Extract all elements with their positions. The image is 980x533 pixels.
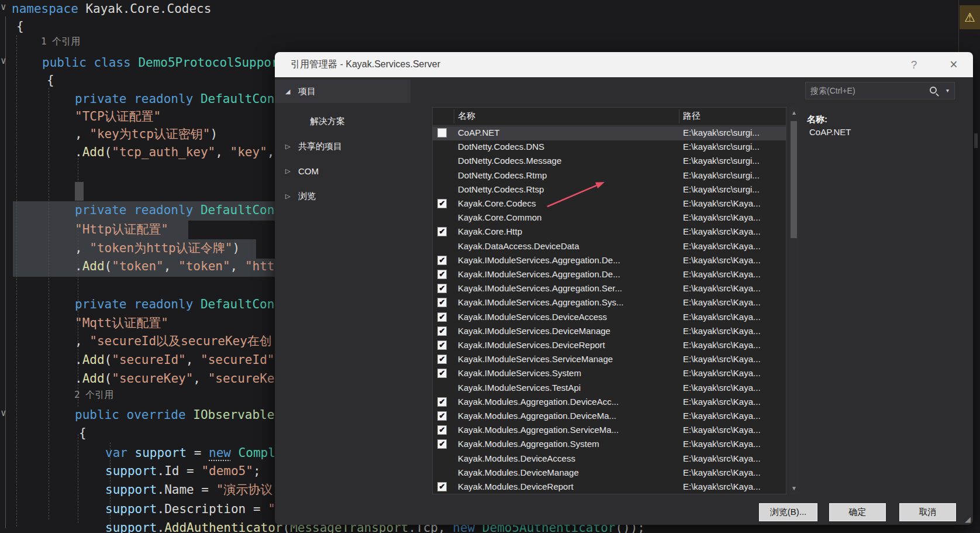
nav-item-com[interactable]: ▷COM — [275, 162, 410, 180]
ok-button[interactable]: 确定 — [829, 503, 886, 521]
reference-checkbox[interactable]: ✔ — [437, 341, 447, 350]
reference-checkbox[interactable]: ✔ — [437, 482, 447, 491]
code-token: "key为tcp认证密钥" — [89, 127, 210, 141]
reference-row[interactable]: ✔Kayak.Modules.DeviceReportE:\kayak\src\… — [433, 480, 786, 494]
help-button[interactable]: ? — [904, 52, 924, 77]
expanded-triangle-icon[interactable]: ◢ — [285, 88, 298, 95]
reference-row[interactable]: CoAP.NETE:\kayak\src\surgi... — [433, 126, 786, 140]
reference-checkbox[interactable]: ✔ — [437, 312, 447, 322]
cancel-button[interactable]: 取消 — [899, 503, 956, 521]
reference-checkbox[interactable]: ✔ — [437, 284, 447, 293]
code-token: "secureId" — [201, 353, 274, 367]
collapsed-triangle-icon[interactable]: ▷ — [285, 167, 298, 175]
reference-checkbox[interactable]: ✔ — [437, 425, 447, 435]
warning-icon[interactable]: ⚠ — [960, 5, 980, 29]
reference-name: Kayak.IModuleServices.System — [458, 368, 581, 378]
list-scrollbar-thumb[interactable] — [791, 121, 797, 238]
code-token: { — [16, 19, 24, 33]
reference-checkbox[interactable]: ✔ — [437, 411, 447, 421]
collapsed-triangle-icon[interactable]: ▷ — [285, 143, 298, 150]
search-dropdown-icon[interactable]: ▾ — [946, 87, 949, 94]
reference-row[interactable]: ✔Kayak.IModuleServices.Aggregation.De...… — [433, 254, 786, 268]
reference-row[interactable]: DotNetty.Codecs.RtspE:\kayak\src\surgi..… — [433, 183, 786, 197]
reference-row[interactable]: ✔Kayak.IModuleServices.Aggregation.Ser..… — [433, 282, 786, 296]
collapsed-triangle-icon[interactable]: ▷ — [285, 192, 298, 200]
code-token: . — [75, 259, 82, 273]
references-list[interactable]: 名称 路径 CoAP.NETE:\kayak\src\surgi...DotNe… — [432, 107, 786, 494]
reference-checkbox[interactable]: ✔ — [437, 369, 447, 378]
reference-row[interactable]: Kayak.DataAccess.DeviceDataE:\kayak\src\… — [433, 240, 786, 254]
scroll-down-icon[interactable]: ▼ — [789, 484, 799, 493]
reference-row[interactable]: DotNetty.Codecs.MessageE:\kayak\src\surg… — [433, 154, 786, 169]
reference-row[interactable]: ✔Kayak.IModuleServices.DeviceManageE:\ka… — [433, 325, 786, 339]
reference-row[interactable]: Kayak.Modules.DeviceAccessE:\kayak\src\K… — [433, 452, 786, 466]
column-header-name[interactable]: 名称 — [458, 111, 475, 122]
reference-row[interactable]: Kayak.Core.CommonE:\kayak\src\Kaya... — [433, 211, 786, 225]
fold-chevron-icon[interactable]: ∨ — [1, 408, 6, 418]
reference-row[interactable]: ✔Kayak.IModuleServices.DeviceReportE:\ka… — [433, 339, 786, 353]
code-token: Add — [82, 372, 105, 386]
reference-row[interactable]: Kayak.IModuleServices.TestApiE:\kayak\sr… — [433, 381, 786, 396]
reference-name: Kayak.Modules.Aggregation.ServiceMa... — [458, 425, 619, 435]
indent-guide — [16, 35, 17, 527]
browse-button[interactable]: 浏览(B)... — [759, 503, 817, 521]
code-token: , — [75, 127, 89, 141]
fold-chevron-icon[interactable]: ∨ — [1, 56, 6, 66]
fold-chevron-icon[interactable]: ∨ — [1, 2, 6, 12]
reference-row[interactable]: Kayak.Modules.DeviceManageE:\kayak\src\K… — [433, 466, 786, 480]
close-icon[interactable]: × — [944, 52, 964, 77]
list-scrollbar[interactable]: ▲ ▼ — [789, 107, 799, 494]
reference-row[interactable]: ✔Kayak.IModuleServices.Aggregation.De...… — [433, 268, 786, 282]
reference-checkbox[interactable] — [437, 128, 447, 137]
reference-row[interactable]: ✔Kayak.IModuleServices.SystemE:\kayak\sr… — [433, 367, 786, 381]
reference-row[interactable]: ✔Kayak.Modules.Aggregation.DeviceMa...E:… — [433, 410, 786, 424]
reference-path: E:\kayak\src\Kaya... — [683, 212, 761, 222]
codelens-link[interactable]: 1 个引用 — [41, 36, 80, 47]
code-line: public class Demo5ProtocolSupport — [42, 56, 286, 70]
nav-item-shared-projects[interactable]: ▷共享的项目 — [275, 137, 410, 155]
reference-checkbox[interactable]: ✔ — [437, 355, 447, 364]
dialog-titlebar[interactable]: 引用管理器 - Kayak.Services.Server — [275, 52, 973, 77]
reference-checkbox[interactable]: ✔ — [437, 397, 447, 407]
reference-row[interactable]: ✔Kayak.Core.HttpE:\kayak\src\Kaya... — [433, 225, 786, 239]
reference-checkbox[interactable]: ✔ — [437, 227, 447, 236]
reference-row[interactable]: DotNetty.Codecs.DNSE:\kayak\src\surgi... — [433, 140, 786, 154]
reference-checkbox[interactable]: ✔ — [437, 326, 447, 336]
reference-name: DotNetty.Codecs.Message — [458, 156, 561, 166]
column-divider[interactable] — [454, 109, 454, 123]
code-token: ( — [105, 259, 112, 273]
reference-path: E:\kayak\src\Kaya... — [683, 255, 761, 265]
reference-row[interactable]: ✔Kayak.IModuleServices.ServiceManageE:\k… — [433, 353, 786, 367]
reference-checkbox[interactable]: ✔ — [437, 270, 447, 279]
reference-row[interactable]: DotNetty.Codecs.RtmpE:\kayak\src\surgi..… — [433, 169, 786, 183]
reference-row[interactable]: ✔Kayak.Core.CodecsE:\kayak\src\Kaya... — [433, 197, 786, 211]
nav-item-browse[interactable]: ▷浏览 — [275, 187, 410, 205]
search-icon[interactable] — [930, 87, 937, 94]
reference-row[interactable]: ✔Kayak.IModuleServices.Aggregation.Sys..… — [433, 296, 786, 310]
code-line: namespace Kayak.Core.Codecs — [12, 2, 211, 16]
reference-path: E:\kayak\src\Kaya... — [683, 226, 761, 236]
scroll-up-icon[interactable]: ▲ — [789, 108, 799, 118]
reference-row[interactable]: ✔Kayak.Modules.Aggregation.ServiceMa...E… — [433, 424, 786, 438]
editor-scrollbar-thumb[interactable] — [974, 133, 978, 148]
nav-item-projects[interactable]: ◢项目 — [275, 80, 410, 103]
resize-grip[interactable]: ◢ — [965, 515, 971, 524]
reference-checkbox[interactable]: ✔ — [437, 298, 447, 307]
reference-name: Kayak.IModuleServices.DeviceReport — [458, 340, 605, 350]
reference-row[interactable]: ✔Kayak.Modules.Aggregation.DeviceAcc...E… — [433, 396, 786, 410]
nav-item-label: 项目 — [298, 86, 316, 97]
column-header-path[interactable]: 路径 — [683, 111, 701, 122]
editor-scrollbar-separator — [958, 0, 959, 52]
code-token: .Description = — [157, 502, 268, 516]
reference-name: Kayak.Core.Http — [458, 226, 522, 236]
reference-row[interactable]: ✔Kayak.IModuleServices.DeviceAccessE:\ka… — [433, 311, 786, 325]
codelens-link[interactable]: 2 个引用 — [74, 390, 113, 400]
reference-row[interactable]: ✔Kayak.Modules.Aggregation.SystemE:\kaya… — [433, 438, 786, 452]
reference-checkbox[interactable]: ✔ — [437, 199, 447, 208]
reference-checkbox[interactable]: ✔ — [437, 256, 447, 265]
reference-name: CoAP.NET — [458, 128, 499, 137]
code-token: "token为http认证令牌" — [89, 241, 232, 255]
column-divider[interactable] — [679, 109, 679, 123]
reference-checkbox[interactable]: ✔ — [437, 439, 447, 449]
nav-item-solution[interactable]: 解决方案 — [275, 112, 410, 130]
